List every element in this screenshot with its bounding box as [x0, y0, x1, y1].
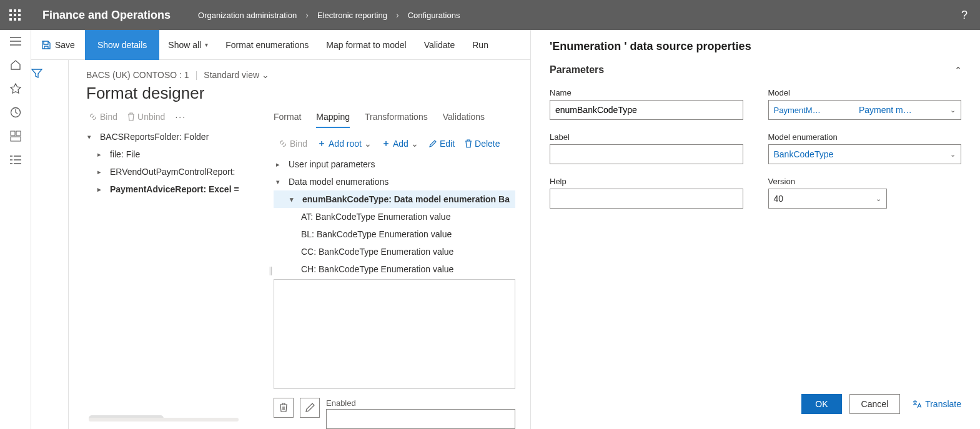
nav-rail: [0, 30, 31, 429]
format-tree: ▾BACSReportsFolder: Folder ▸file: File ▸…: [86, 128, 267, 198]
name-label: Name: [550, 88, 743, 97]
tab-format[interactable]: Format: [274, 112, 301, 128]
caret-icon: ▾: [290, 195, 296, 204]
svg-rect-1: [11, 131, 15, 136]
save-label: Save: [55, 40, 75, 50]
enabled-label: Enabled: [326, 398, 356, 408]
tree-item[interactable]: ▸file: File: [86, 145, 267, 163]
hamburger-icon[interactable]: [9, 35, 22, 47]
breadcrumb-item[interactable]: Configurations: [408, 11, 460, 20]
version-dropdown[interactable]: 40 ⌄: [768, 189, 887, 209]
tab-validations[interactable]: Validations: [443, 112, 485, 128]
link-icon: [89, 112, 97, 121]
help-label: Help: [550, 177, 743, 186]
section-label: Parameters: [550, 64, 604, 76]
show-details-button[interactable]: Show details: [85, 30, 159, 60]
tree-item[interactable]: CC: BankCodeType Enumeration value: [274, 243, 515, 260]
parameters-section-header[interactable]: Parameters ⌃: [550, 64, 961, 76]
validate-button[interactable]: Validate: [415, 30, 464, 60]
filter-icon[interactable]: [31, 69, 68, 79]
tree-item[interactable]: BL: BankCodeType Enumeration value: [274, 225, 515, 243]
caret-icon: ▾: [87, 133, 94, 141]
workspaces-icon[interactable]: [9, 130, 22, 142]
help-icon[interactable]: ?: [961, 9, 968, 22]
waffle-menu[interactable]: [0, 0, 30, 30]
scrollbar[interactable]: [89, 415, 164, 422]
add-button[interactable]: ＋Add⌄: [382, 138, 418, 149]
splitter-handle[interactable]: ‖: [267, 112, 274, 429]
add-root-button[interactable]: ＋Add root⌄: [317, 138, 372, 149]
tree-item[interactable]: ▾BACSReportsFolder: Folder: [86, 128, 267, 145]
cancel-button[interactable]: Cancel: [849, 394, 901, 414]
help-input[interactable]: [550, 189, 743, 209]
tree-item[interactable]: ▾Data model enumerations: [274, 173, 515, 190]
format-enumerations-button[interactable]: Format enumerations: [217, 30, 317, 60]
translate-icon: [913, 400, 921, 408]
run-button[interactable]: Run: [463, 30, 497, 60]
model-enum-label: Model enumeration: [768, 132, 962, 142]
unbind-button-left[interactable]: Unbind: [127, 112, 165, 122]
pencil-icon: [305, 403, 315, 413]
bind-button-left[interactable]: Bind: [89, 112, 117, 122]
edit-button[interactable]: Edit: [428, 139, 455, 149]
label-input[interactable]: [550, 144, 743, 164]
save-icon: [41, 40, 51, 50]
ok-button[interactable]: OK: [801, 394, 841, 414]
plus-icon: ＋: [382, 138, 390, 149]
chevron-down-icon: ⌄: [364, 139, 372, 149]
chevron-down-icon: ⌄: [950, 150, 956, 159]
edit-formula-button[interactable]: [300, 398, 320, 418]
breadcrumb-item[interactable]: Electronic reporting: [317, 11, 387, 20]
chevron-up-icon: ⌃: [955, 66, 961, 74]
breadcrumb: Organization administration › Electronic…: [186, 10, 460, 20]
tree-item[interactable]: CH: BankCodeType Enumeration value: [274, 260, 515, 278]
command-bar: Save Show details Show all▾ Format enume…: [31, 30, 530, 60]
chevron-down-icon: ⌄: [950, 106, 956, 114]
link-icon: [279, 139, 287, 148]
view-selector[interactable]: Standard view ⌄: [204, 70, 269, 80]
caret-icon: ▸: [97, 150, 104, 159]
modules-icon[interactable]: [9, 154, 22, 166]
app-title: Finance and Operations: [30, 9, 186, 22]
translate-button[interactable]: Translate: [913, 399, 961, 409]
name-input[interactable]: [550, 100, 743, 120]
tree-item[interactable]: ▸User input parameters: [274, 155, 515, 173]
more-actions-button[interactable]: ···: [175, 112, 186, 122]
mapping-tabs: Format Mapping Transformations Validatio…: [274, 112, 515, 128]
bind-button[interactable]: Bind: [279, 139, 307, 149]
chevron-down-icon: ▾: [205, 41, 208, 48]
tab-mapping[interactable]: Mapping: [316, 112, 350, 128]
mapping-tree: ▸User input parameters ▾Data model enume…: [274, 155, 515, 278]
version-label: Version: [768, 177, 962, 186]
recent-icon[interactable]: [9, 106, 22, 119]
chevron-down-icon: ⌄: [876, 195, 881, 203]
breadcrumb-item[interactable]: Organization administration: [198, 11, 297, 20]
star-icon[interactable]: [9, 82, 22, 95]
enabled-input[interactable]: [326, 409, 515, 429]
trash-icon: [279, 403, 288, 413]
delete-button[interactable]: Delete: [465, 139, 500, 149]
tree-item[interactable]: ▸ERVendOutPaymControlReport:: [86, 163, 267, 180]
plus-icon: ＋: [317, 138, 326, 149]
caret-icon: ▸: [276, 160, 282, 169]
details-panel: [274, 279, 515, 389]
tree-item-selected[interactable]: ▾enumBankCodeType: Data model enumeratio…: [274, 190, 515, 208]
save-button[interactable]: Save: [31, 30, 85, 60]
waffle-icon: [9, 9, 21, 21]
panel-title: 'Enumeration ' data source properties: [550, 40, 961, 53]
model-dropdown[interactable]: PaymentM… Payment m… ⌄: [768, 100, 962, 120]
trash-button[interactable]: [274, 398, 294, 418]
show-all-button[interactable]: Show all▾: [159, 30, 217, 60]
trash-icon: [465, 139, 472, 148]
chevron-down-icon: ⌄: [262, 70, 269, 80]
tree-item[interactable]: AT: BankCodeType Enumeration value: [274, 208, 515, 225]
caret-icon: ▸: [97, 168, 104, 176]
caret-icon: ▾: [276, 178, 282, 186]
chevron-down-icon: ⌄: [411, 139, 418, 149]
tree-item[interactable]: ▸PaymentAdviceReport: Excel =: [86, 180, 267, 198]
tab-transformations[interactable]: Transformations: [365, 112, 428, 128]
model-enum-dropdown[interactable]: BankCodeType ⌄: [768, 144, 962, 164]
map-format-button[interactable]: Map format to model: [317, 30, 415, 60]
home-icon[interactable]: [9, 59, 22, 71]
trash-icon: [127, 112, 135, 121]
